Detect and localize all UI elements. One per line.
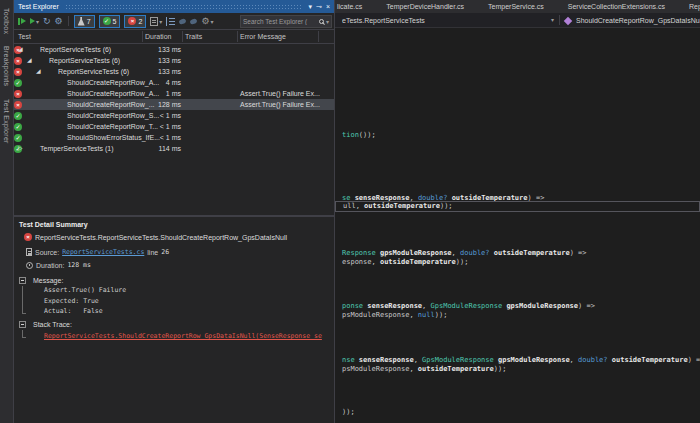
group-by-icon[interactable]	[166, 17, 175, 26]
passed-icon: ✓	[103, 17, 111, 25]
expanded-arrow-icon[interactable]: ◢	[36, 66, 41, 77]
source-line-label: line	[147, 249, 158, 256]
test-row[interactable]: ✓ShouldCreateReportRow_A...4 ms	[14, 77, 334, 88]
detail-test-name: ReportServiceTests.ReportServiceTests.Sh…	[35, 234, 287, 241]
sidebar-tab-breakpoints[interactable]: Breakpoints	[3, 42, 10, 90]
test-failed-icon: ×	[14, 101, 22, 109]
test-explorer-titlebar[interactable]: Test Explorer ▾ ⊸ ×	[14, 0, 334, 13]
chevron-down-icon: ▾	[36, 18, 39, 25]
code-line-current: ull, outsideTemperature));	[335, 201, 700, 212]
test-label: ReportServiceTests (6)	[58, 66, 129, 77]
toolbar-separator	[68, 16, 69, 26]
test-duration: < 1 ms	[142, 121, 181, 132]
sidebar-tab-toolbox[interactable]: Toolbox	[3, 4, 10, 38]
source-line-number: 26	[161, 248, 169, 256]
column-duration[interactable]: Duration	[145, 30, 171, 44]
flask-icon	[78, 17, 85, 26]
repeat-last-run-icon[interactable]: ↻	[43, 16, 51, 26]
chevron-down-icon: ▾	[210, 18, 213, 25]
test-duration: 133 ms	[142, 44, 181, 55]
editor-tab[interactable]: ServiceCollectionExtensions.cs	[556, 0, 677, 13]
total-count: 7	[87, 18, 91, 25]
close-icon[interactable]: ×	[326, 0, 330, 13]
member-dropdown[interactable]: ShouldCreateReportRow_GpsDataIsNull(Sen	[576, 13, 700, 28]
chevron-down-icon[interactable]: ▾	[326, 18, 329, 25]
code-line: ));	[335, 408, 700, 417]
test-row[interactable]: ◢×ReportServiceTests (6)133 ms	[14, 44, 334, 55]
expanded-arrow-icon[interactable]: ◢	[18, 44, 23, 55]
test-duration: < 1 ms	[142, 110, 181, 121]
type-dropdown[interactable]: eTests.ReportServiceTests	[342, 13, 556, 28]
disc-icon-2[interactable]	[190, 17, 198, 24]
collapse-icon[interactable]	[19, 277, 26, 284]
failed-icon: ×	[128, 17, 136, 25]
failed-count: 2	[138, 18, 142, 25]
column-error-message[interactable]: Error Message	[240, 30, 286, 44]
run-button[interactable]: ▾	[30, 18, 39, 25]
code-area[interactable]: tion());se senseResponse, double? outsid…	[335, 28, 700, 423]
sidebar-tab-test-explorer[interactable]: Test Explorer	[3, 95, 10, 148]
message-lines: Assert.True() FailureExpected: TrueActua…	[44, 285, 126, 317]
message-line: Assert.True() Failure	[44, 285, 126, 296]
test-row[interactable]: ×ShouldCreateReportRow_...128 msAssert.T…	[14, 99, 334, 110]
message-block-header: Message:	[19, 277, 63, 284]
editor-tab[interactable]: TemperService.cs	[476, 0, 556, 13]
test-failed-icon: ×	[14, 68, 22, 76]
visual-studio-window: ToolboxBreakpointsTest Explorer Test Exp…	[0, 0, 700, 423]
test-row[interactable]: ✓ShouldCreateReportRow_T...< 1 ms	[14, 121, 334, 132]
passed-count: 5	[113, 18, 117, 25]
stack-trace-link[interactable]: ReportServiceTests.ShouldCreateReportRow…	[44, 332, 332, 340]
test-row[interactable]: ✓ShouldShowErrorStatus_IfE...< 1 ms	[14, 132, 334, 143]
test-failed-icon: ×	[14, 90, 22, 98]
column-test[interactable]: Test	[18, 30, 31, 44]
settings-button[interactable]: ⚙▾	[201, 16, 213, 26]
test-duration: 128 ms	[142, 99, 181, 110]
expanded-arrow-icon[interactable]: ◢	[27, 55, 32, 66]
test-row[interactable]: ✓ShouldCreateReportRow_S...< 1 ms	[14, 110, 334, 121]
failed-icon: ×	[24, 233, 32, 241]
code-line: esponse, outsideTemperature));	[335, 258, 700, 267]
pin-icon[interactable]: ⊸	[316, 0, 322, 13]
test-row[interactable]: ×ShouldCreateReportRow_A...1 msAssert.Tr…	[14, 88, 334, 99]
code-line: psModuleResponse, null));	[335, 311, 700, 320]
method-icon	[564, 17, 572, 25]
test-duration: 1 ms	[142, 88, 181, 99]
stack-trace-bracket	[22, 330, 26, 338]
chevron-down-icon[interactable]: ▾	[551, 13, 554, 28]
editor-tab[interactable]: TemperDeviceHandler.cs	[374, 0, 476, 13]
gear-icon: ⚙	[201, 16, 209, 26]
code-editor: licate.csTemperDeviceHandler.csTemperSer…	[334, 0, 700, 423]
disc-icon-1[interactable]	[179, 17, 187, 24]
source-label: Source:	[35, 249, 59, 256]
filter-total-button[interactable]: 7	[74, 15, 95, 28]
search-icon[interactable]	[319, 19, 324, 24]
vertical-tab-strip: ToolboxBreakpointsTest Explorer	[0, 0, 14, 423]
test-passed-icon: ✓	[14, 123, 22, 131]
stack-trace-label: Stack Trace:	[33, 321, 72, 328]
playlist-button[interactable]: ▾	[150, 17, 162, 26]
run-all-button[interactable]	[18, 18, 26, 25]
run-settings-icon[interactable]: ⚙	[55, 16, 63, 26]
test-duration: 133 ms	[142, 66, 181, 77]
play-icon	[30, 18, 35, 24]
test-duration: 4 ms	[142, 77, 181, 88]
document-icon	[26, 248, 32, 256]
test-explorer-toolbar: ▾ ↻ ⚙ 7 ✓ 5 × 2 ▾ ⚙▾	[14, 13, 334, 30]
collapse-icon[interactable]	[19, 321, 26, 328]
test-tree: ◢×ReportServiceTests (6)133 ms◢×ReportSe…	[14, 44, 334, 156]
window-position-icon[interactable]: ▾	[309, 0, 313, 13]
filter-passed-button[interactable]: ✓ 5	[99, 15, 121, 28]
test-row[interactable]: ◢×ReportServiceTests (6)133 ms	[14, 66, 334, 77]
editor-tab[interactable]: Rep	[677, 0, 700, 13]
collapsed-arrow-icon[interactable]: ▷	[18, 143, 23, 154]
test-row[interactable]: ▷✓TemperServiceTests (1)114 ms	[14, 143, 334, 154]
test-row[interactable]: ◢×ReportServiceTests (6)133 ms	[14, 55, 334, 66]
source-file-link[interactable]: ReportServiceTests.cs	[62, 248, 144, 256]
search-box[interactable]: ▾	[240, 15, 332, 28]
search-input[interactable]	[243, 18, 317, 25]
test-duration: 114 ms	[142, 143, 181, 154]
filter-failed-button[interactable]: × 2	[124, 15, 146, 28]
editor-tab[interactable]: licate.cs	[335, 0, 374, 13]
test-label: ReportServiceTests (6)	[49, 55, 120, 66]
column-traits[interactable]: Traits	[185, 30, 202, 44]
